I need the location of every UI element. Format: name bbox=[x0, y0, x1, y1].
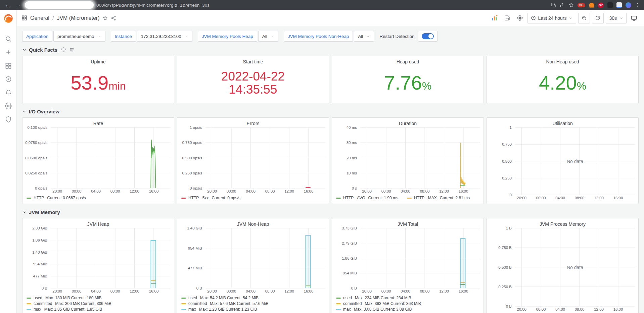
extension-badge[interactable]: 99+ bbox=[578, 3, 585, 7]
row-delete-icon[interactable] bbox=[70, 47, 74, 52]
chart-plot-area[interactable] bbox=[205, 228, 325, 288]
x-tick-label: 08:00 bbox=[575, 196, 585, 200]
chart-plot-area[interactable] bbox=[360, 127, 480, 188]
x-tick-label: 00:00 bbox=[536, 196, 546, 200]
refresh-interval-label: 30s bbox=[609, 15, 617, 21]
nonheap-pools-select[interactable]: All bbox=[354, 31, 374, 42]
y-tick-label: 20 ms bbox=[347, 156, 357, 160]
panel-title[interactable]: Utilisation bbox=[490, 119, 635, 127]
section-title: Quick Facts bbox=[29, 47, 57, 53]
instance-select[interactable]: 172.31.29.223:8100 bbox=[137, 31, 192, 42]
translate-icon[interactable] bbox=[551, 2, 556, 8]
sidebar-create-icon[interactable] bbox=[1, 46, 15, 59]
metamask-icon[interactable] bbox=[589, 3, 594, 8]
browser-forward-icon[interactable]: → bbox=[14, 1, 22, 9]
sidebar-dashboards-icon[interactable] bbox=[1, 59, 15, 72]
add-panel-icon[interactable] bbox=[489, 13, 500, 23]
dashboard-settings-icon[interactable] bbox=[515, 13, 525, 23]
legend-item[interactable]: maxMax: 3.08 GiB Current: 3.08 GiB bbox=[336, 307, 479, 312]
legend-series-stats: Max: 363 MiB Current: 363 MiB bbox=[365, 301, 421, 307]
tv-mode-icon[interactable] bbox=[629, 13, 639, 23]
x-tick-label: 08:00 bbox=[265, 289, 275, 293]
legend-item[interactable]: HTTPCurrent: 0.0667 ops/s bbox=[27, 195, 86, 201]
grafana-logo[interactable] bbox=[3, 13, 13, 23]
share-dashboard-icon[interactable] bbox=[111, 15, 116, 21]
legend-item[interactable]: HTTP - MAXCurrent: 2.81 ms bbox=[407, 195, 470, 201]
restart-detection-toggle[interactable] bbox=[418, 31, 438, 42]
bookmark-star-icon[interactable] bbox=[568, 2, 574, 8]
time-range-picker[interactable]: Last 24 hours bbox=[527, 13, 577, 23]
panel-title[interactable]: Heap used bbox=[335, 58, 480, 66]
browser-back-icon[interactable]: ← bbox=[3, 1, 11, 9]
x-tick-label: 12:00 bbox=[130, 289, 139, 293]
panel-title[interactable]: Start time bbox=[181, 58, 325, 66]
chart-plot-area[interactable]: No data bbox=[515, 228, 635, 306]
panel-title[interactable]: JVM Process Memory bbox=[490, 220, 635, 228]
legend-item[interactable]: usedMax: 234 MiB Current: 234 MiB bbox=[336, 295, 479, 301]
x-tick-label: 04:00 bbox=[246, 289, 256, 293]
notebook-extension-icon[interactable] bbox=[616, 2, 622, 8]
legend-item[interactable]: committedMax: 306 MiB Current: 306 MiB bbox=[27, 301, 170, 307]
panel-title[interactable]: Errors bbox=[181, 119, 325, 127]
chart-plot-area[interactable] bbox=[360, 228, 480, 288]
panel-title[interactable]: JVM Total bbox=[335, 220, 480, 228]
sidebar-configuration-icon[interactable] bbox=[1, 99, 15, 113]
chevron-down-icon bbox=[569, 16, 573, 20]
panel-title[interactable]: Duration bbox=[335, 119, 480, 127]
save-dashboard-icon[interactable] bbox=[502, 13, 513, 23]
refresh-interval-picker[interactable]: 30s bbox=[606, 13, 627, 23]
chart-plot-area[interactable] bbox=[205, 127, 325, 188]
sidebar-alerting-icon[interactable] bbox=[1, 86, 15, 99]
zoom-out-time-button[interactable] bbox=[578, 13, 590, 23]
legend-item[interactable]: usedMax: 180 MiB Current: 180 MiB bbox=[27, 295, 170, 301]
application-select[interactable]: prometheus-demo bbox=[53, 31, 105, 42]
breadcrumb-folder[interactable]: General bbox=[30, 15, 49, 21]
zoom-out-icon bbox=[582, 15, 587, 20]
section-quick-facts[interactable]: Quick Facts bbox=[17, 44, 644, 55]
y-tick-label: 2.33 GiB bbox=[32, 226, 47, 230]
row-settings-icon[interactable] bbox=[61, 47, 66, 52]
profile-avatar[interactable] bbox=[626, 2, 631, 8]
legend-item[interactable]: committedMax: 57.6 MiB Current: 57.6 MiB bbox=[181, 301, 325, 307]
chart-grid: 3.73 GiB2.79 GiB1.86 GiB954 MiB0 B20:000… bbox=[335, 228, 480, 294]
stat-number: 2022-04-22 bbox=[221, 70, 285, 83]
chevron-down-icon bbox=[22, 48, 27, 52]
legend-item[interactable]: maxMax: 1.23 GiB Current: 1.23 GiB bbox=[181, 307, 325, 312]
section-io-overview[interactable]: I/O Overview bbox=[17, 106, 644, 117]
sidebar-explore-icon[interactable] bbox=[1, 72, 15, 86]
x-tick-label: 12:00 bbox=[439, 289, 449, 293]
stat-line: 4.20% bbox=[539, 73, 586, 93]
legend-item[interactable]: maxMax: 1.85 GiB Current: 1.85 GiB bbox=[27, 307, 170, 312]
panel-title[interactable]: Uptime bbox=[26, 58, 171, 66]
refresh-dashboard-button[interactable] bbox=[592, 13, 604, 23]
panel-title[interactable]: Non-Heap used bbox=[490, 58, 635, 66]
share-page-icon[interactable] bbox=[560, 3, 565, 8]
browser-menu-icon[interactable]: ⋮ bbox=[635, 2, 640, 8]
legend-series-stats: Current: 1.90 ms bbox=[368, 195, 398, 201]
extension-icon[interactable] bbox=[607, 2, 613, 8]
legend-item[interactable]: HTTP - 5xxCurrent: 0 ops/s bbox=[181, 195, 240, 201]
sidebar-admin-icon[interactable] bbox=[1, 113, 15, 126]
chart-canvas bbox=[51, 127, 171, 188]
panel-title[interactable]: JVM Non-Heap bbox=[181, 220, 325, 228]
legend-item[interactable]: committedMax: 363 MiB Current: 363 MiB bbox=[336, 301, 479, 307]
dashboard-header: General / JVM (Micrometer) bbox=[17, 10, 644, 26]
adblock-plus-icon[interactable]: ABP bbox=[598, 2, 604, 8]
section-title: I/O Overview bbox=[29, 109, 59, 114]
panel-title[interactable]: Rate bbox=[26, 119, 171, 127]
chart-plot-area[interactable] bbox=[51, 228, 171, 288]
x-tick-label: 08:00 bbox=[575, 307, 585, 311]
legend-item[interactable]: usedMax: 54.2 MiB Current: 54.2 MiB bbox=[181, 295, 325, 301]
chart-plot-area[interactable] bbox=[51, 127, 171, 188]
address-bar[interactable]: 000/d/YtpPudwnz/jvm-micrometer?orgId=1&r… bbox=[96, 3, 548, 8]
heap-pools-select[interactable]: All bbox=[258, 31, 278, 42]
legend-item[interactable]: HTTP - AVGCurrent: 1.90 ms bbox=[336, 195, 398, 201]
section-jvm-memory[interactable]: JVM Memory bbox=[17, 207, 644, 217]
panel-title[interactable]: JVM Heap bbox=[26, 220, 171, 228]
chart-plot-area[interactable]: No data bbox=[515, 127, 635, 195]
favorite-star-icon[interactable] bbox=[102, 15, 108, 21]
x-axis: 20:0000:0004:0008:0012:0016:00 bbox=[360, 288, 480, 294]
y-tick-label: 0.750 B bbox=[498, 246, 512, 250]
application-value: prometheus-demo bbox=[57, 34, 94, 39]
sidebar-search-icon[interactable] bbox=[1, 32, 15, 46]
